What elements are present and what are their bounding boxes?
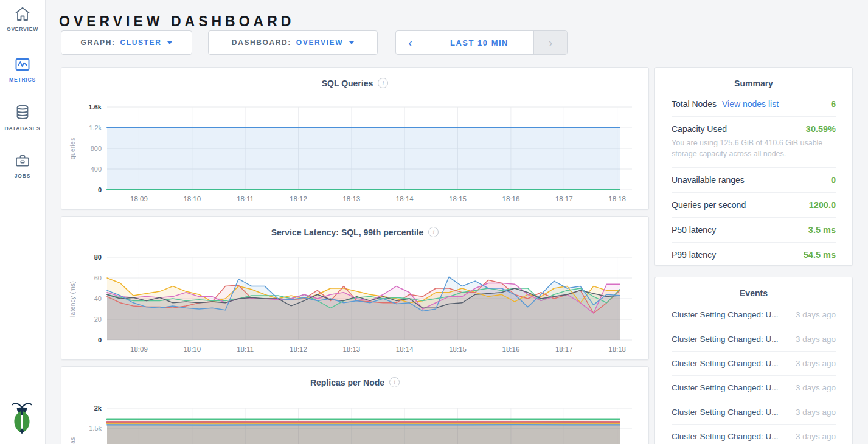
summary-row: P50 latency 3.5 ms xyxy=(672,218,836,243)
svg-text:1.2k: 1.2k xyxy=(89,124,102,131)
summary-row-label: P99 latency xyxy=(672,250,716,260)
graph-dropdown[interactable]: GRAPH: CLUSTER xyxy=(61,30,192,55)
svg-text:18:16: 18:16 xyxy=(502,345,520,353)
svg-text:18:17: 18:17 xyxy=(555,195,573,203)
svg-text:18:12: 18:12 xyxy=(290,195,307,203)
svg-text:80: 80 xyxy=(94,254,102,261)
svg-text:400: 400 xyxy=(91,165,102,173)
svg-text:18:11: 18:11 xyxy=(237,345,254,353)
capacity-value: 30.59% xyxy=(806,124,836,134)
time-prev-button[interactable]: ‹ xyxy=(396,31,425,54)
event-text: Cluster Setting Changed: U... xyxy=(672,408,779,417)
cockroachdb-logo[interactable] xyxy=(9,400,35,437)
event-row: Cluster Setting Changed: U... 3 days ago xyxy=(672,327,836,352)
sidebar-item-overview[interactable]: OVERVIEW xyxy=(0,5,45,32)
svg-text:20: 20 xyxy=(94,316,102,323)
sidebar-item-label: DATABASES xyxy=(5,125,41,131)
chart-plot[interactable]: 1.5k2k xyxy=(61,367,648,444)
view-nodes-list-link[interactable]: View nodes list xyxy=(722,99,779,109)
svg-text:18:15: 18:15 xyxy=(449,195,467,203)
event-row: Cluster Setting Changed: U... 3 days ago xyxy=(672,303,836,327)
summary-row-label: P50 latency xyxy=(672,225,716,235)
sidebar: OVERVIEW METRICS DATABASES JOBS xyxy=(0,0,46,444)
event-time: 3 days ago xyxy=(796,383,836,392)
svg-text:1.5k: 1.5k xyxy=(89,425,102,432)
event-row: Cluster Setting Changed: U... 3 days ago xyxy=(672,400,836,425)
svg-text:18:10: 18:10 xyxy=(183,195,201,203)
summary-row: P99 latency 54.5 ms xyxy=(672,243,836,266)
total-nodes-label: Total Nodes xyxy=(672,99,717,109)
sidebar-item-label: METRICS xyxy=(9,77,36,83)
svg-text:0: 0 xyxy=(98,186,102,193)
event-row: Cluster Setting Changed: U... 3 days ago xyxy=(672,376,836,400)
event-time: 3 days ago xyxy=(796,359,836,368)
home-icon xyxy=(14,5,31,23)
summary-row: Queries per second 1200.0 xyxy=(672,193,836,218)
svg-text:18:14: 18:14 xyxy=(396,195,414,203)
event-text: Cluster Setting Changed: U... xyxy=(672,359,779,368)
dashboard-dropdown[interactable]: DASHBOARD: OVERVIEW xyxy=(208,30,378,55)
summary-row-value: 1200.0 xyxy=(809,200,836,210)
chevron-down-icon xyxy=(349,41,354,44)
summary-row-total-nodes: Total Nodes View nodes list 6 xyxy=(672,92,836,117)
svg-text:18:13: 18:13 xyxy=(342,345,360,353)
svg-text:18:16: 18:16 xyxy=(502,195,520,203)
svg-text:1.6k: 1.6k xyxy=(89,103,102,111)
summary-row: Unavailable ranges 0 xyxy=(672,168,836,193)
sidebar-item-jobs[interactable]: JOBS xyxy=(0,152,45,179)
time-range-selector: ‹ LAST 10 MIN › xyxy=(395,30,568,55)
summary-row-label: Unavailable ranges xyxy=(672,175,745,185)
event-text: Cluster Setting Changed: U... xyxy=(672,383,779,392)
dashboard-dropdown-label: DASHBOARD: xyxy=(232,38,291,47)
chart-plot[interactable]: 18:0918:1018:1118:1218:1318:1418:1518:16… xyxy=(61,68,648,209)
replicas-per-node-chart-card: Replicas per Node i replicas 1.5k2k xyxy=(61,366,649,444)
event-text: Cluster Setting Changed: U... xyxy=(672,310,779,319)
svg-text:18:09: 18:09 xyxy=(130,345,148,353)
svg-text:2k: 2k xyxy=(94,404,102,412)
events-panel: Events Cluster Setting Changed: U... 3 d… xyxy=(654,277,853,444)
metrics-icon xyxy=(14,56,31,73)
events-title: Events xyxy=(655,288,852,298)
svg-text:18:09: 18:09 xyxy=(130,195,148,203)
dashboard-dropdown-value: OVERVIEW xyxy=(296,38,343,47)
database-icon xyxy=(14,103,31,122)
summary-title: Summary xyxy=(655,78,852,88)
svg-text:800: 800 xyxy=(91,145,102,152)
event-time: 3 days ago xyxy=(796,408,836,417)
summary-row-value: 0 xyxy=(831,175,836,185)
svg-text:18:14: 18:14 xyxy=(396,345,414,353)
event-row: Cluster Setting Changed: U... 3 days ago xyxy=(672,425,836,444)
sql-queries-chart-card: SQL Queries i queries 18:0918:1018:1118:… xyxy=(61,67,649,210)
summary-row-capacity: Capacity Used 30.59% You are using 125.6… xyxy=(672,117,836,168)
service-latency-chart-card: Service Latency: SQL, 99th percentile i … xyxy=(61,216,649,360)
svg-text:18:12: 18:12 xyxy=(290,345,307,353)
graph-dropdown-value: CLUSTER xyxy=(120,38,162,47)
sidebar-item-label: OVERVIEW xyxy=(7,26,38,32)
page-title: OVERVIEW DASHBOARD xyxy=(59,13,294,30)
svg-text:0: 0 xyxy=(98,336,102,344)
sidebar-item-databases[interactable]: DATABASES xyxy=(0,103,45,131)
svg-text:18:15: 18:15 xyxy=(449,345,467,353)
capacity-label: Capacity Used xyxy=(672,124,727,134)
svg-text:18:17: 18:17 xyxy=(555,345,573,353)
svg-text:60: 60 xyxy=(94,274,102,282)
svg-text:18:10: 18:10 xyxy=(183,345,201,353)
capacity-subtext: You are using 125.6 GiB of 410.6 GiB usa… xyxy=(672,137,836,159)
event-time: 3 days ago xyxy=(796,432,836,441)
briefcase-icon xyxy=(14,152,31,169)
chart-plot[interactable]: 18:0918:1018:1118:1218:1318:1418:1518:16… xyxy=(61,217,648,359)
event-row: Cluster Setting Changed: U... 3 days ago xyxy=(672,352,836,376)
cockroach-icon xyxy=(9,400,35,434)
sidebar-item-metrics[interactable]: METRICS xyxy=(0,56,45,83)
sidebar-item-label: JOBS xyxy=(15,173,30,179)
graph-dropdown-label: GRAPH: xyxy=(81,38,116,47)
controls-bar: GRAPH: CLUSTER DASHBOARD: OVERVIEW ‹ LAS… xyxy=(61,30,568,55)
event-text: Cluster Setting Changed: U... xyxy=(672,432,779,441)
time-range-value[interactable]: LAST 10 MIN xyxy=(425,31,533,54)
chevron-down-icon xyxy=(167,41,172,44)
summary-panel: Summary Total Nodes View nodes list 6 Ca… xyxy=(654,67,853,266)
summary-row-value: 3.5 ms xyxy=(808,225,836,235)
svg-text:18:18: 18:18 xyxy=(608,345,626,353)
summary-row-value: 54.5 ms xyxy=(804,250,836,260)
event-time: 3 days ago xyxy=(796,310,836,319)
